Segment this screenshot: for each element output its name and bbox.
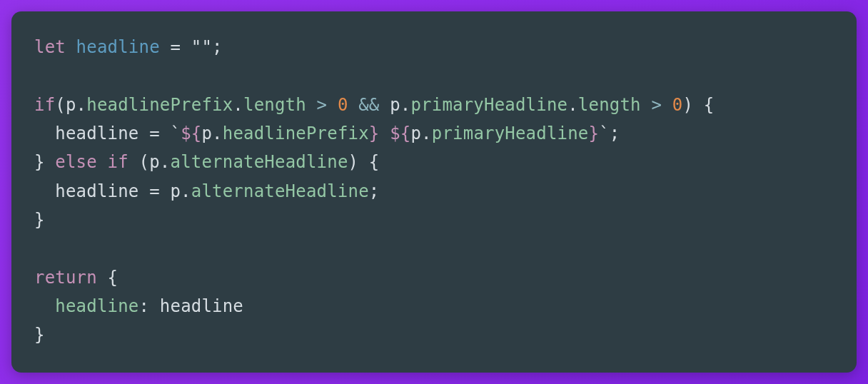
t-indent	[34, 296, 55, 316]
t-val: headline	[160, 296, 243, 316]
keyword-return: return	[34, 268, 97, 288]
t-tick: `	[599, 123, 610, 143]
t-sp	[97, 152, 108, 172]
t-prop: headlinePrefix	[86, 95, 233, 115]
t-prop: length	[243, 95, 306, 115]
keyword-let: let	[34, 37, 66, 57]
t-prop: headlinePrefix	[223, 123, 369, 143]
t-op: &&	[348, 95, 390, 115]
t-close: }	[34, 325, 45, 345]
t-interp: }	[369, 123, 380, 143]
t-close: }	[34, 210, 45, 230]
t-open: (p.	[128, 152, 171, 172]
t-key: headline	[55, 296, 138, 316]
t-indent	[34, 123, 55, 143]
code-block: let headline = ""; if(p.headlinePrefix.l…	[34, 33, 834, 349]
t-prop: alternateHeadline	[191, 181, 369, 201]
t-id: p.	[201, 123, 222, 143]
t-tick: `	[170, 123, 181, 143]
t-op: >	[306, 95, 338, 115]
t-num: 0	[338, 95, 348, 115]
t-dot: .	[233, 95, 243, 115]
t-dot: .	[567, 95, 578, 115]
t-semi: ;	[369, 181, 380, 201]
t-indent	[34, 181, 55, 201]
code-card: let headline = ""; if(p.headlinePrefix.l…	[11, 11, 857, 373]
t-interp: ${	[390, 123, 410, 143]
t-space	[380, 123, 390, 143]
t-open: (p.	[55, 95, 86, 115]
t-op: >	[641, 95, 672, 115]
t-var: headline	[55, 123, 138, 143]
t-semi: ;	[610, 123, 620, 143]
t-id: p.	[390, 95, 410, 115]
t-eq: =	[139, 123, 171, 143]
var-headline: headline	[76, 37, 160, 57]
t-interp: }	[589, 123, 600, 143]
keyword-else: else	[55, 152, 97, 172]
t-close: ) {	[348, 152, 380, 172]
t-colon: :	[139, 296, 160, 316]
t-prop: alternateHeadline	[171, 152, 348, 172]
t-close: }	[34, 152, 55, 172]
t-eq: =	[160, 37, 191, 57]
t-id: p.	[410, 123, 431, 143]
t-var: headline	[55, 181, 138, 201]
t-num: 0	[672, 95, 683, 115]
t-prop: primaryHeadline	[410, 95, 567, 115]
t-prop: length	[578, 95, 641, 115]
t-semi: ;	[212, 37, 223, 57]
t-close: ) {	[682, 95, 714, 115]
t-prop: primaryHeadline	[432, 123, 589, 143]
keyword-if: if	[108, 152, 128, 172]
t-str: ""	[191, 37, 212, 57]
keyword-if: if	[34, 95, 55, 115]
t-interp: ${	[181, 123, 201, 143]
t-eq: = p.	[139, 181, 191, 201]
t-open: {	[97, 268, 118, 288]
